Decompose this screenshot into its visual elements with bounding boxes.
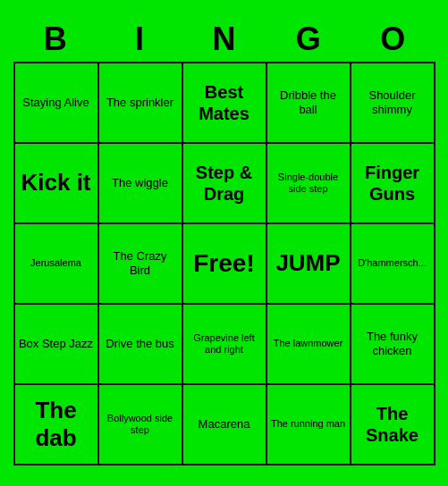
bingo-cell-18: The lawnmower (267, 305, 351, 385)
bingo-cell-20: The dab (15, 385, 99, 465)
bingo-cell-17: Grapevine left and right (183, 305, 267, 385)
bingo-cell-14: D'hammersch... (351, 224, 435, 305)
bingo-cell-10: Jerusalema (15, 224, 99, 305)
bingo-card: BINGO Staying AliveThe sprinklerBest Mat… (10, 17, 439, 469)
bingo-header: BINGO (13, 21, 435, 58)
bingo-cell-21: Bollywood side step (99, 385, 183, 465)
header-letter-i: I (100, 21, 179, 58)
bingo-cell-9: Finger Guns (351, 144, 435, 224)
bingo-cell-16: Drive the bus (99, 305, 183, 385)
bingo-cell-19: The funky chicken (351, 305, 435, 385)
bingo-cell-4: Shoulder shimmy (351, 63, 435, 144)
bingo-cell-3: Dribble the ball (267, 63, 351, 144)
bingo-cell-12: Free! (183, 224, 267, 305)
bingo-cell-5: Kick it (15, 144, 99, 224)
bingo-cell-1: The sprinkler (99, 63, 183, 144)
bingo-cell-7: Step & Drag (183, 144, 267, 224)
header-letter-o: O (353, 21, 432, 58)
bingo-cell-24: The Snake (351, 385, 435, 465)
bingo-cell-0: Staying Alive (15, 63, 99, 144)
bingo-grid: Staying AliveThe sprinklerBest MatesDrib… (13, 62, 435, 465)
header-letter-n: N (184, 21, 263, 58)
bingo-cell-22: Macarena (183, 385, 267, 465)
header-letter-b: B (16, 21, 95, 58)
bingo-cell-2: Best Mates (183, 63, 267, 144)
bingo-cell-15: Box Step Jazz (15, 305, 99, 385)
bingo-cell-8: Single-double side step (267, 144, 351, 224)
bingo-cell-13: JUMP (267, 224, 351, 305)
bingo-cell-11: The Crazy Bird (99, 224, 183, 305)
header-letter-g: G (269, 21, 348, 58)
bingo-cell-23: The running man (267, 385, 351, 465)
bingo-cell-6: The wiggle (99, 144, 183, 224)
